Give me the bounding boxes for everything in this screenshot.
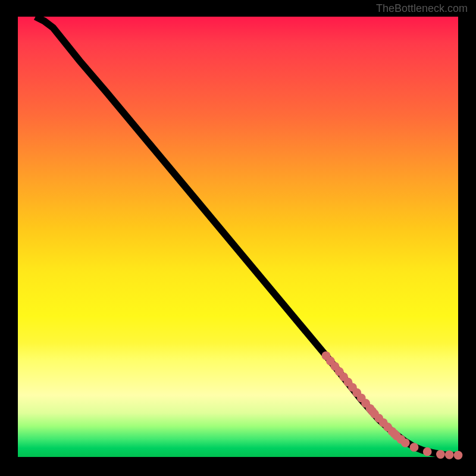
chart-plot-area	[18, 17, 458, 457]
chart-svg	[18, 17, 458, 457]
chart-marker	[445, 450, 454, 459]
chart-marker	[401, 439, 410, 447]
chart-marker	[410, 443, 419, 452]
chart-curve	[36, 17, 458, 456]
chart-marker	[454, 451, 463, 460]
watermark-text: TheBottleneck.com	[376, 2, 468, 15]
chart-markers	[322, 351, 463, 459]
chart-marker	[423, 447, 432, 456]
chart-marker	[436, 450, 445, 459]
